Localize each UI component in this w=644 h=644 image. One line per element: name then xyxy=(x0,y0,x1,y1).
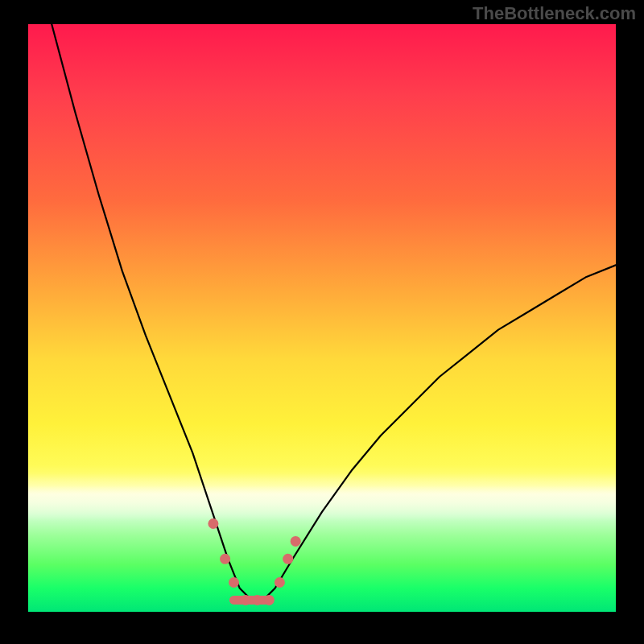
bottleneck-curve xyxy=(52,24,616,600)
highlight-dot xyxy=(252,595,262,605)
highlight-dots xyxy=(208,518,300,605)
plot-area xyxy=(28,24,616,612)
highlight-dot xyxy=(264,595,275,605)
chart-frame: TheBottleneck.com xyxy=(0,0,644,644)
highlight-dot xyxy=(241,595,251,605)
highlight-dot xyxy=(291,536,301,547)
highlight-dot xyxy=(208,518,218,529)
highlight-dot xyxy=(229,577,239,588)
curve-svg xyxy=(28,24,616,612)
highlight-dot xyxy=(220,554,230,564)
highlight-dot xyxy=(275,577,285,588)
highlight-dot xyxy=(283,554,293,564)
watermark-text: TheBottleneck.com xyxy=(473,3,636,24)
